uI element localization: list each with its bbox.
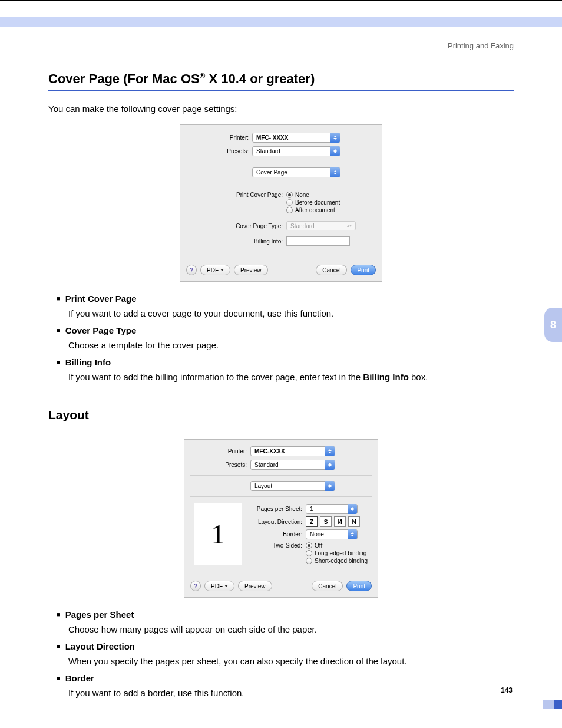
radio-none-label: None (295, 192, 309, 198)
presets-value: Standard (256, 148, 280, 154)
page-content: Printing and Faxing Cover Page (For Mac … (0, 27, 562, 728)
pdf-label: PDF (207, 267, 219, 274)
radio-long[interactable]: Long-edged binding (306, 549, 368, 557)
separator (186, 183, 376, 183)
dropdown-arrows-icon (325, 460, 335, 470)
radio-long-label: Long-edged binding (315, 550, 366, 556)
radio-none[interactable]: None (286, 191, 340, 199)
separator (186, 256, 376, 256)
bullet-head: Border (57, 673, 514, 683)
bullet-head: Billing Info (57, 357, 514, 367)
pps-label: Pages per Sheet: (250, 506, 306, 512)
billing-info-input[interactable] (286, 236, 350, 246)
bullet-body: If you want to add a cover page to your … (68, 308, 514, 318)
preview-button[interactable]: Preview (238, 581, 272, 591)
layout-heading: Layout (48, 408, 514, 422)
list-item: Billing Info If you want to add the bill… (57, 357, 514, 382)
radio-icon (306, 542, 312, 549)
dir-btn-3[interactable]: И (334, 516, 346, 527)
printer-value: MFC- XXXX (256, 134, 288, 141)
dropdown-arrows-icon (325, 481, 335, 491)
list-item: Cover Page Type Choose a template for th… (57, 325, 514, 350)
layout-dialog: Printer: MFC-XXXX Presets: Standard Layo… (184, 439, 378, 598)
heading-rule (48, 90, 514, 91)
printer-value: MFC-XXXX (254, 448, 285, 454)
printer-select[interactable]: MFC-XXXX (250, 446, 335, 456)
radio-after[interactable]: After document (286, 206, 340, 214)
border-select[interactable]: None (306, 529, 358, 539)
pdf-button[interactable]: PDF (200, 265, 230, 275)
ldir-label: Layout Direction: (250, 519, 306, 525)
dropdown-arrows-icon (330, 146, 340, 156)
presets-label: Presets: (191, 462, 250, 468)
cover-page-dialog: Printer: MFC- XXXX Presets: Standard Cov… (180, 124, 382, 282)
print-button[interactable]: Print (351, 265, 376, 275)
preview-button[interactable]: Preview (234, 265, 268, 275)
radio-after-label: After document (295, 207, 335, 213)
separator (190, 572, 372, 572)
separator (190, 475, 372, 476)
top-accent-bar (0, 0, 562, 27)
intro-text: You can make the following cover page se… (48, 104, 514, 114)
body-pre: If you want to add the billing informati… (68, 372, 363, 382)
dir-btn-4[interactable]: N (348, 516, 360, 527)
dropdown-arrows-icon (325, 446, 335, 456)
layout-bullet-list: Pages per Sheet Choose how many pages wi… (57, 610, 514, 698)
list-item: Layout Direction When you specify the pa… (57, 641, 514, 666)
bullet-body: When you specify the pages per sheet, yo… (68, 656, 514, 666)
radio-before[interactable]: Before document (286, 199, 340, 206)
dropdown-arrows-icon (348, 504, 357, 514)
cancel-button[interactable]: Cancel (312, 581, 343, 591)
heading-rule (48, 426, 514, 426)
pps-select[interactable]: 1 (306, 504, 358, 514)
cover-page-type-label: Cover Page Type: (187, 223, 286, 229)
print-button[interactable]: Print (346, 581, 372, 591)
printer-label: Printer: (191, 448, 250, 454)
h1-pre: Cover Page (For Mac OS (48, 71, 200, 86)
radio-short[interactable]: Short-edged binding (306, 557, 368, 565)
panel-select[interactable]: Cover Page (252, 167, 340, 177)
dropdown-arrows-icon (348, 529, 357, 539)
panel-select[interactable]: Layout (250, 481, 335, 491)
cover-page-bullet-list: Print Cover Page If you want to add a co… (57, 294, 514, 382)
panel-value: Cover Page (256, 169, 287, 176)
presets-label: Presets: (187, 148, 252, 154)
pdf-button[interactable]: PDF (204, 581, 234, 591)
bullet-body: If you want to add the billing informati… (68, 372, 514, 382)
dir-btn-2[interactable]: S (320, 516, 332, 527)
cover-page-type-select: Standard ▴▾ (286, 221, 356, 230)
dir-btn-1[interactable]: Z (306, 516, 318, 527)
printer-select[interactable]: MFC- XXXX (252, 133, 340, 143)
printer-label: Printer: (187, 134, 252, 141)
footer-accent (543, 700, 562, 709)
body-post: box. (409, 372, 428, 382)
presets-select[interactable]: Standard (250, 460, 335, 470)
radio-icon (306, 558, 312, 564)
two-sided-label: Two-Sided: (250, 542, 306, 549)
presets-select[interactable]: Standard (252, 146, 340, 156)
bullet-body: Choose a template for the cover page. (68, 340, 514, 350)
cancel-button[interactable]: Cancel (316, 265, 347, 275)
help-button[interactable]: ? (186, 265, 197, 275)
radio-off[interactable]: Off (306, 542, 368, 549)
panel-value: Layout (254, 483, 272, 489)
running-header: Printing and Faxing (48, 41, 514, 50)
help-button[interactable]: ? (190, 581, 201, 591)
layout-direction-buttons: Z S И N (306, 516, 360, 527)
bullet-head: Cover Page Type (57, 325, 514, 335)
list-item: Print Cover Page If you want to add a co… (57, 294, 514, 318)
radio-before-label: Before document (295, 199, 340, 206)
dropdown-arrows-icon: ▴▾ (347, 225, 352, 227)
cpt-value: Standard (290, 223, 315, 229)
separator (190, 496, 372, 497)
radio-icon (306, 550, 312, 556)
radio-icon (286, 192, 293, 198)
bullet-body: Choose how many pages will appear on eac… (68, 624, 514, 634)
print-cover-page-label: Print Cover Page: (187, 191, 286, 198)
radio-short-label: Short-edged binding (315, 558, 368, 564)
presets-value: Standard (254, 462, 279, 468)
dropdown-arrows-icon (330, 133, 340, 143)
section-heading: Cover Page (For Mac OS® X 10.4 or greate… (48, 71, 514, 87)
list-item: Pages per Sheet Choose how many pages wi… (57, 610, 514, 634)
page-number: 143 (501, 686, 513, 694)
